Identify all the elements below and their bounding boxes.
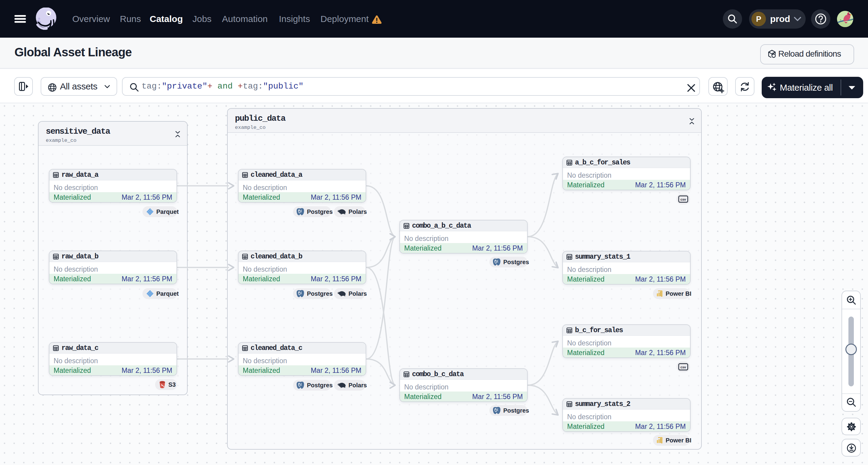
svg-text:csv: csv: [680, 197, 686, 201]
svg-text:csv: csv: [680, 365, 686, 369]
